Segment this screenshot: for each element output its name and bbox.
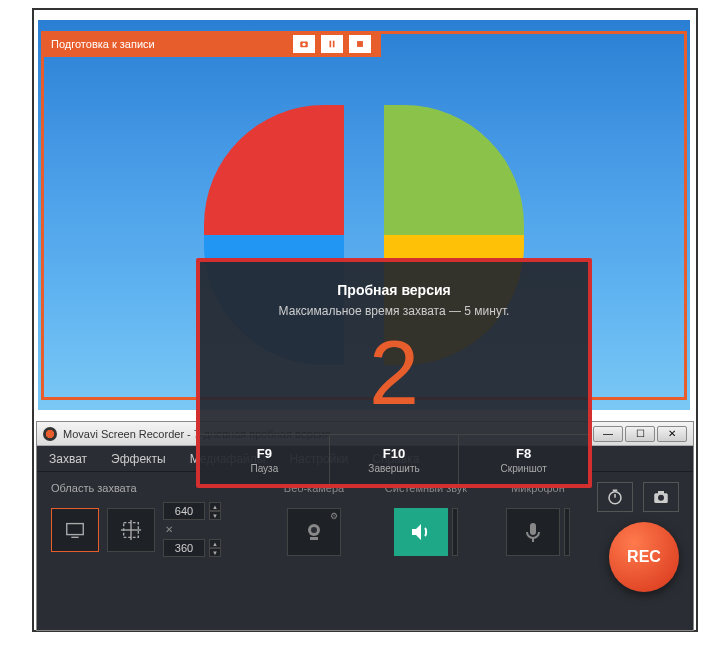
hotkey-pause: F9 Пауза (200, 435, 330, 484)
width-input[interactable]: 640 (163, 502, 205, 520)
svg-rect-13 (530, 523, 536, 535)
svg-rect-5 (67, 523, 84, 534)
right-controls: REC (597, 482, 679, 592)
hotkey-finish: F10 Завершить (330, 435, 460, 484)
fullscreen-button[interactable] (51, 508, 99, 552)
main-panel: Область захвата 640 ▲ ▼ ✕ (37, 472, 693, 628)
maximize-button[interactable]: ☐ (625, 426, 655, 442)
height-up[interactable]: ▲ (209, 539, 221, 548)
svg-rect-4 (357, 41, 363, 47)
width-up[interactable]: ▲ (209, 502, 221, 511)
rec-button[interactable]: REC (609, 522, 679, 592)
overlay-title: Подготовка к записи (51, 38, 293, 50)
svg-rect-12 (310, 537, 318, 540)
menu-capture[interactable]: Захват (49, 452, 87, 466)
svg-point-1 (302, 43, 305, 46)
mic-toggle[interactable] (506, 508, 560, 556)
svg-rect-20 (658, 491, 664, 494)
sources-section: Веб-камера ⚙ Системный звук (269, 482, 583, 556)
svg-point-19 (658, 495, 664, 501)
height-input[interactable]: 360 (163, 539, 205, 557)
stop-button[interactable] (349, 35, 371, 53)
height-down[interactable]: ▼ (209, 548, 221, 557)
capture-area-section: Область захвата 640 ▲ ▼ ✕ (51, 482, 255, 557)
hotkey-screenshot: F8 Скриншот (459, 435, 588, 484)
app-icon (43, 427, 57, 441)
screenshot-button[interactable] (293, 35, 315, 53)
system-sound-toggle[interactable] (394, 508, 448, 556)
dimension-separator: ✕ (163, 524, 175, 535)
mic-level[interactable] (564, 508, 570, 556)
timer-button[interactable] (597, 482, 633, 512)
svg-rect-3 (333, 41, 335, 48)
hotkeys-bar: F9 Пауза F10 Завершить F8 Скриншот (200, 434, 588, 484)
minimize-button[interactable]: — (593, 426, 623, 442)
menu-effects[interactable]: Эффекты (111, 452, 166, 466)
svg-rect-2 (330, 41, 332, 48)
trial-limit: Максимальное время захвата — 5 минут. (200, 304, 588, 318)
gear-icon[interactable]: ⚙ (330, 511, 338, 521)
close-button[interactable]: ✕ (657, 426, 687, 442)
camera-button[interactable] (643, 482, 679, 512)
width-down[interactable]: ▼ (209, 511, 221, 520)
countdown-overlay: Пробная версия Максимальное время захват… (196, 258, 592, 488)
countdown-number: 2 (200, 328, 588, 418)
custom-area-button[interactable] (107, 508, 155, 552)
webcam-toggle[interactable]: ⚙ (287, 508, 341, 556)
system-sound-level[interactable] (452, 508, 458, 556)
pause-button[interactable] (321, 35, 343, 53)
trial-title: Пробная версия (200, 282, 588, 298)
recording-overlay-bar: Подготовка к записи (41, 31, 381, 57)
svg-point-11 (311, 527, 317, 533)
